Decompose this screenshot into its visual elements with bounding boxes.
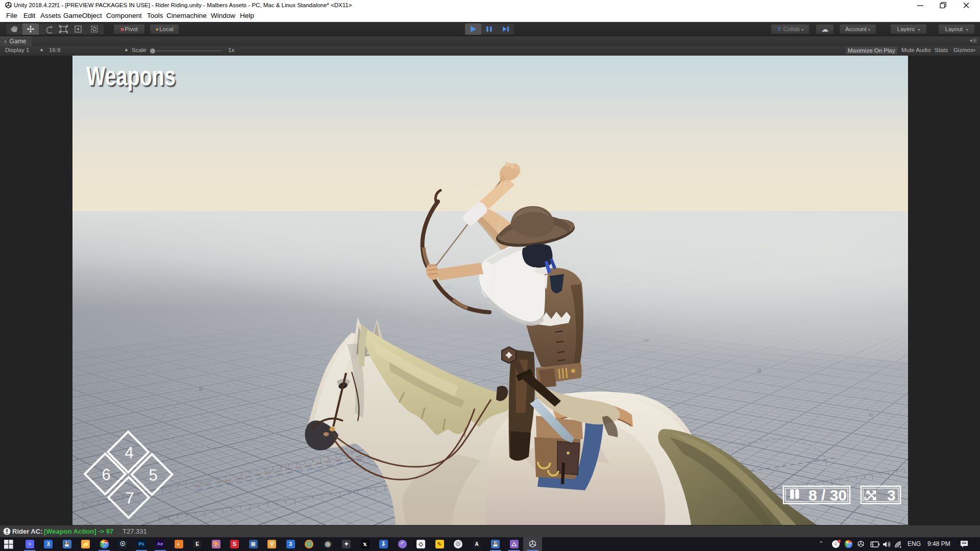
svg-text:4: 4 [125,444,133,462]
svg-text:6: 6 [102,466,110,484]
svg-text:7: 7 [125,489,134,507]
svg-text:Weapons: Weapons [86,62,176,91]
svg-text:8 / 30: 8 / 30 [808,487,847,504]
svg-text:3: 3 [887,487,896,504]
svg-text:5: 5 [149,466,157,484]
